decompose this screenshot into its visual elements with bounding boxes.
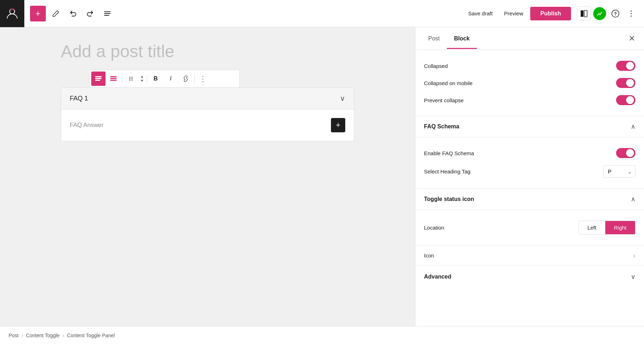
svg-point-9 bbox=[631, 13, 632, 14]
toolbar-right-actions: ? bbox=[577, 6, 638, 21]
select-heading-tag-row: Select Heading Tag P H1 H2 H3 H4 H5 H6 bbox=[424, 162, 635, 181]
main-area: Add a post title bbox=[0, 27, 644, 326]
svg-rect-16 bbox=[110, 80, 117, 81]
collapse-settings-section: Collapsed Collapsed on mobile Prevent co… bbox=[415, 50, 644, 116]
block-toolbar: ▲ ▼ B I ⋮ bbox=[89, 70, 240, 88]
toolbar: + Save draft Preview Publish bbox=[0, 0, 644, 27]
collapsed-mobile-toggle[interactable] bbox=[616, 78, 635, 88]
block-tb-more[interactable]: ⋮ bbox=[196, 72, 210, 86]
more-options-button[interactable] bbox=[624, 6, 638, 21]
svg-rect-5 bbox=[584, 10, 587, 17]
faq-schema-header[interactable]: FAQ Schema ∧ bbox=[415, 116, 644, 137]
faq-schema-title: FAQ Schema bbox=[424, 123, 459, 130]
enable-faq-schema-label: Enable FAQ Schema bbox=[424, 150, 474, 156]
prevent-collapse-toggle[interactable] bbox=[616, 95, 635, 105]
block-tb-link[interactable] bbox=[179, 72, 193, 86]
view-toggle-button[interactable] bbox=[577, 6, 591, 21]
faq-question-row[interactable]: FAQ 1 ∨ bbox=[61, 88, 354, 109]
icon-row-chevron: › bbox=[633, 251, 635, 260]
breadcrumb-current: Content Toggle Panel bbox=[67, 333, 115, 338]
editor-area: Add a post title bbox=[0, 27, 415, 326]
prevent-collapse-label: Prevent collapse bbox=[424, 97, 464, 103]
svg-rect-1 bbox=[104, 11, 111, 12]
location-right-button[interactable]: Right bbox=[605, 221, 635, 234]
svg-point-8 bbox=[631, 10, 632, 11]
svg-rect-3 bbox=[104, 15, 109, 16]
toolbar-divider-3 bbox=[194, 74, 195, 84]
svg-point-17 bbox=[130, 77, 131, 78]
undo-button[interactable] bbox=[66, 6, 80, 21]
block-tb-bold[interactable]: B bbox=[148, 72, 163, 86]
app-logo bbox=[0, 0, 24, 27]
breadcrumb-post[interactable]: Post bbox=[9, 333, 19, 338]
breadcrumb-content-toggle[interactable]: Content Toggle bbox=[26, 333, 60, 338]
svg-point-19 bbox=[130, 80, 131, 81]
heading-tag-select[interactable]: P H1 H2 H3 H4 H5 H6 bbox=[603, 165, 635, 178]
svg-point-10 bbox=[631, 15, 632, 16]
svg-rect-13 bbox=[95, 80, 100, 81]
location-row: Location Left Right bbox=[424, 217, 635, 238]
advanced-section[interactable]: Advanced ∨ bbox=[415, 266, 644, 288]
faq-question-text: FAQ 1 bbox=[70, 95, 88, 102]
performance-button[interactable] bbox=[592, 6, 607, 21]
svg-rect-4 bbox=[581, 10, 584, 17]
performance-icon bbox=[593, 7, 606, 20]
toggle-status-icon-section: Toggle status icon ∧ Location Left Right… bbox=[415, 189, 644, 266]
tab-post[interactable]: Post bbox=[421, 28, 447, 49]
collapsed-row: Collapsed bbox=[424, 57, 635, 74]
list-view-button[interactable] bbox=[100, 6, 114, 21]
collapsed-mobile-label: Collapsed on mobile bbox=[424, 80, 473, 86]
publish-button[interactable]: Publish bbox=[530, 7, 571, 20]
collapsed-toggle[interactable] bbox=[616, 61, 635, 71]
toolbar-divider-1 bbox=[122, 74, 122, 84]
block-tb-align-active[interactable] bbox=[91, 72, 106, 86]
svg-rect-15 bbox=[110, 78, 117, 79]
add-block-button[interactable]: + bbox=[30, 6, 46, 21]
collapsed-mobile-row: Collapsed on mobile bbox=[424, 74, 635, 92]
faq-schema-section: FAQ Schema ∧ Enable FAQ Schema Select He… bbox=[415, 116, 644, 189]
block-tb-italic[interactable]: I bbox=[164, 72, 178, 86]
save-draft-button[interactable]: Save draft bbox=[464, 8, 497, 19]
location-label: Location bbox=[424, 225, 444, 231]
breadcrumb-sep-1: › bbox=[21, 333, 23, 338]
enable-faq-schema-toggle[interactable] bbox=[616, 148, 635, 158]
post-title-placeholder[interactable]: Add a post title bbox=[61, 41, 354, 61]
preview-button[interactable]: Preview bbox=[500, 8, 527, 19]
toggle-status-icon-header[interactable]: Toggle status icon ∧ bbox=[415, 189, 644, 210]
sidebar: Post Block ✕ Collapsed Collapsed on mobi… bbox=[415, 27, 644, 326]
faq-collapse-chevron[interactable]: ∨ bbox=[340, 94, 345, 103]
faq-add-content-button[interactable]: + bbox=[331, 118, 345, 132]
block-tb-up[interactable]: ▲ bbox=[139, 74, 145, 79]
help-button[interactable]: ? bbox=[608, 6, 623, 21]
location-btn-group: Left Right bbox=[579, 221, 635, 235]
faq-block: FAQ 1 ∨ FAQ Answer + bbox=[61, 87, 354, 141]
redo-button[interactable] bbox=[83, 6, 97, 21]
svg-rect-2 bbox=[104, 13, 111, 14]
faq-schema-content: Enable FAQ Schema Select Heading Tag P H… bbox=[415, 137, 644, 189]
svg-point-20 bbox=[132, 77, 133, 78]
block-tb-align-2[interactable] bbox=[106, 72, 121, 86]
location-left-button[interactable]: Left bbox=[579, 221, 605, 234]
faq-answer-row: FAQ Answer + bbox=[61, 109, 354, 141]
svg-text:?: ? bbox=[614, 11, 617, 16]
toolbar-divider-2 bbox=[147, 74, 147, 84]
svg-rect-11 bbox=[95, 76, 102, 77]
block-tb-drag[interactable] bbox=[124, 72, 138, 86]
faq-answer-text: FAQ Answer bbox=[70, 122, 103, 129]
svg-rect-12 bbox=[95, 78, 102, 79]
advanced-chevron: ∨ bbox=[631, 273, 635, 281]
icon-row[interactable]: Icon › bbox=[415, 246, 644, 266]
edit-icon-button[interactable] bbox=[49, 6, 63, 21]
sidebar-close-button[interactable]: ✕ bbox=[625, 32, 638, 45]
sidebar-tab-group: Post Block bbox=[421, 28, 477, 49]
heading-tag-wrapper: P H1 H2 H3 H4 H5 H6 bbox=[603, 165, 635, 178]
faq-schema-chevron: ∧ bbox=[631, 123, 635, 131]
tab-block[interactable]: Block bbox=[447, 28, 477, 49]
toggle-status-icon-title: Toggle status icon bbox=[424, 196, 474, 202]
block-tb-down[interactable]: ▼ bbox=[139, 79, 145, 83]
toggle-status-icon-chevron: ∧ bbox=[631, 195, 635, 203]
toggle-status-icon-content: Location Left Right bbox=[415, 210, 644, 246]
select-heading-tag-label: Select Heading Tag bbox=[424, 168, 470, 175]
advanced-label: Advanced bbox=[424, 274, 451, 280]
block-tb-arrows: ▲ ▼ bbox=[139, 74, 145, 83]
